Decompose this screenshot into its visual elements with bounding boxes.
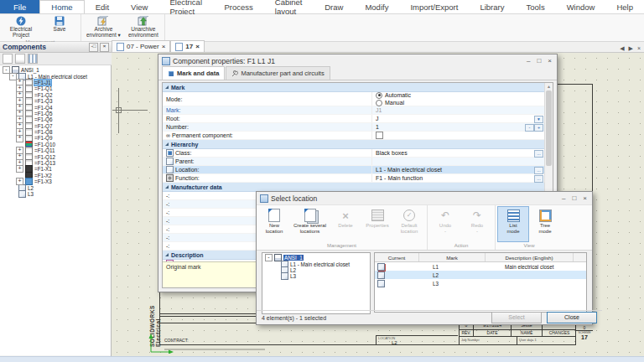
create-several-locations-button[interactable]: Create severallocations: [290, 206, 330, 242]
close-button[interactable]: Close: [547, 312, 597, 323]
toolbar-group-label: View: [497, 242, 561, 250]
function-value[interactable]: F1 - Main function: [376, 175, 423, 181]
maximize-icon[interactable]: □: [572, 194, 576, 202]
mode-automatic-radio[interactable]: Automatic: [376, 92, 411, 99]
parent-value[interactable]: [372, 158, 545, 165]
select-location-titlebar[interactable]: Select location – □ ×: [257, 192, 592, 204]
tree-item-location-l1[interactable]: L1 - Main electrical closet: [262, 261, 370, 266]
permanent-checkbox[interactable]: [376, 132, 383, 139]
scroll-up-icon[interactable]: ▴: [548, 84, 550, 89]
col-mark[interactable]: Mark: [419, 253, 486, 261]
location-value[interactable]: L1 - Main electrical closet: [376, 167, 442, 173]
tree-mode-button[interactable]: Treemode: [529, 206, 561, 242]
pin-icon[interactable]: -□: [89, 43, 98, 52]
menu-tools[interactable]: Tools: [515, 0, 555, 13]
electrical-project-button[interactable]: Electrical Project: [2, 15, 40, 39]
function-browse-button[interactable]: ...: [534, 175, 543, 183]
new-location-button[interactable]: Newlocation: [258, 206, 290, 242]
section-hierarchy[interactable]: Hierarchy: [163, 140, 545, 149]
menu-view[interactable]: View: [120, 0, 158, 13]
root-input[interactable]: J: [376, 116, 379, 122]
delete-button[interactable]: × Delete: [330, 206, 361, 242]
select-button[interactable]: Select: [491, 312, 542, 323]
location-icon: [166, 166, 174, 173]
doc-tab-07-power[interactable]: 07 - Power ×: [112, 40, 170, 52]
table-row-l1[interactable]: L1 Main electrical closet A - Document b…: [375, 262, 586, 271]
row-permanent: ∞Permanent component:: [163, 132, 545, 140]
grid-icon[interactable]: [28, 54, 38, 64]
decrement-icon[interactable]: -: [525, 124, 534, 132]
menu-home[interactable]: Home: [39, 0, 84, 13]
row-function: Function: F1 - Main function ...: [163, 174, 545, 183]
mode-manual-radio[interactable]: Manual: [376, 100, 404, 106]
undo-button[interactable]: ↶ Undo-: [429, 206, 461, 242]
section-mark[interactable]: Mark: [163, 83, 545, 92]
menu-window[interactable]: Window: [556, 0, 606, 13]
tab-scroll-left-icon[interactable]: ◀: [620, 45, 624, 52]
number-input[interactable]: 1: [376, 124, 379, 130]
menu-draw[interactable]: Draw: [314, 0, 354, 13]
expand-icon[interactable]: [16, 165, 23, 173]
location-browse-button[interactable]: ...: [534, 167, 543, 174]
close-icon[interactable]: ×: [548, 57, 552, 65]
frame-icon[interactable]: [15, 54, 25, 64]
component-properties-titlebar[interactable]: Component properties: F1 L1 J1 – □ ×: [158, 54, 557, 67]
tree-item-component-q9[interactable]: =F1-Q9: [0, 135, 111, 141]
menu-file[interactable]: File: [0, 0, 39, 13]
menu-library[interactable]: Library: [469, 0, 515, 13]
tree-item-project[interactable]: ANSI_1: [262, 255, 370, 261]
root-dropdown-icon[interactable]: ▾: [534, 116, 543, 123]
col-description[interactable]: Description (English): [486, 253, 574, 261]
menu-process[interactable]: Process: [213, 0, 263, 13]
tree-item-location-l3[interactable]: L3: [0, 191, 111, 197]
expand-icon[interactable]: [16, 178, 23, 185]
menu-modify[interactable]: Modify: [354, 0, 399, 13]
tree-mode-icon: [539, 209, 552, 222]
tree-item-location-l3[interactable]: L3: [262, 273, 370, 279]
row-number: Number: 1 - +: [163, 123, 545, 132]
table-row-l3[interactable]: L3 A - Document book: [375, 279, 586, 287]
close-icon[interactable]: ×: [583, 194, 587, 202]
class-browse-button[interactable]: ...: [534, 150, 543, 158]
doc-tab-17[interactable]: 17 ×: [170, 40, 205, 52]
col-current[interactable]: Current: [375, 253, 419, 261]
tree-item-location-l2[interactable]: L2: [0, 184, 111, 190]
tab-manufacturer-part[interactable]: Manufacturer part and circuits: [226, 66, 330, 80]
class-value[interactable]: Black boxes: [376, 150, 408, 156]
menu-help[interactable]: Help: [605, 0, 644, 13]
minimize-icon[interactable]: –: [562, 194, 565, 202]
expand-icon[interactable]: [16, 135, 23, 142]
redo-button[interactable]: ↷ Redo-: [461, 206, 493, 242]
tree-item-component-x3[interactable]: =F1-X3: [0, 178, 111, 184]
collapse-icon[interactable]: [265, 254, 273, 261]
increment-icon[interactable]: +: [534, 124, 543, 132]
row-class: Class: Black boxes ...: [163, 149, 545, 158]
maximize-icon[interactable]: □: [537, 57, 541, 65]
location-icon: [281, 272, 288, 280]
tree-item-location-l2[interactable]: L2: [262, 267, 370, 273]
job-number-label: Job Number: [460, 337, 517, 345]
menu-electrical-project[interactable]: Electrical Project: [158, 0, 213, 13]
list-mode-button[interactable]: Listmode: [497, 206, 529, 242]
col-parent[interactable]: Parent: [574, 253, 587, 261]
table-row-l2[interactable]: L2 A - Document book: [375, 271, 586, 279]
default-location-button[interactable]: ✓ Defaultlocation: [393, 206, 425, 242]
save-button[interactable]: Save: [40, 15, 79, 39]
origin-marker: [146, 334, 174, 354]
menu-cabinet-layout[interactable]: Cabinet layout: [264, 0, 314, 13]
scrollbar-thumb[interactable]: [546, 90, 552, 166]
tree-item-component-x1[interactable]: =F1-X1: [0, 166, 111, 172]
tab-close-icon[interactable]: ×: [162, 43, 166, 50]
tab-list-close-icon[interactable]: ×: [637, 45, 641, 52]
unarchive-environment-button[interactable]: Unarchive environment: [124, 15, 163, 39]
minimize-icon[interactable]: –: [527, 57, 530, 65]
tab-scroll-right-icon[interactable]: ▶: [629, 45, 633, 52]
close-icon[interactable]: ×: [100, 43, 109, 52]
tab-close-icon[interactable]: ×: [195, 43, 200, 50]
tab-mark-and-data[interactable]: Mark and data: [162, 66, 225, 80]
sheet-icon[interactable]: [3, 54, 13, 64]
menu-import-export[interactable]: Import/Export: [399, 0, 469, 13]
properties-button[interactable]: Properties: [361, 206, 393, 242]
menu-edit[interactable]: Edit: [85, 0, 120, 13]
archive-environment-button[interactable]: Archive environment ▾: [83, 15, 124, 39]
